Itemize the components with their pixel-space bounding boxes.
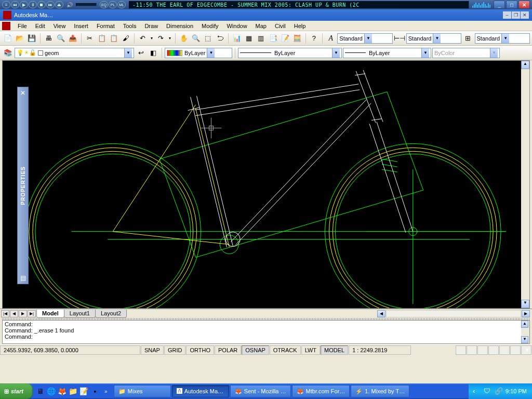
copy-icon[interactable]: 📋: [96, 33, 107, 44]
tab-model[interactable]: Model: [36, 310, 64, 318]
properties-icon[interactable]: 📊: [231, 33, 242, 44]
ql-firefox-icon[interactable]: 🦊: [58, 386, 67, 396]
preview-icon[interactable]: 🔍: [55, 33, 66, 44]
v-scrollbar[interactable]: ▲ ▼: [521, 61, 529, 308]
menu-map[interactable]: Map: [251, 22, 271, 30]
tab-layout2[interactable]: Layout2: [95, 310, 127, 318]
volume-icon[interactable]: 🔊: [66, 2, 73, 8]
close-button[interactable]: ✕: [518, 1, 530, 9]
pause-icon[interactable]: ⏸: [29, 1, 37, 8]
status-icon-1[interactable]: [456, 345, 466, 355]
pan-icon[interactable]: ✋: [178, 33, 189, 44]
scroll-track[interactable]: [386, 310, 521, 317]
markup-icon[interactable]: 📝: [280, 33, 290, 44]
grid-toggle[interactable]: GRID: [164, 345, 186, 355]
menu-modify[interactable]: Modify: [197, 22, 222, 30]
status-icon-6[interactable]: [510, 345, 521, 355]
eject-icon[interactable]: ⏏: [55, 1, 63, 8]
open-icon[interactable]: 📂: [14, 33, 25, 44]
ql-chevron-icon[interactable]: »: [101, 386, 111, 396]
menu-draw[interactable]: Draw: [140, 22, 162, 30]
scroll-down-icon[interactable]: ▼: [521, 300, 529, 308]
color-combo[interactable]: ByLayer▼: [165, 48, 232, 58]
mdi-icon[interactable]: [2, 22, 10, 30]
zoom-rt-icon[interactable]: 🔍: [190, 33, 201, 44]
task-autodesk[interactable]: 🅰Autodesk Ma…: [172, 385, 229, 397]
cut-icon[interactable]: ✂: [84, 33, 95, 44]
paste-icon[interactable]: 📋: [108, 33, 119, 44]
scroll-right-icon[interactable]: ▶: [522, 310, 530, 317]
status-icon-2[interactable]: [467, 345, 477, 355]
undo-icon[interactable]: ↶: [137, 33, 148, 44]
publish-icon[interactable]: 📤: [67, 33, 78, 44]
task-mixed[interactable]: ⚡1. Mixed by T…: [351, 385, 409, 397]
menu-insert[interactable]: Insert: [70, 22, 92, 30]
lwt-toggle[interactable]: LWT: [301, 345, 320, 355]
prev-icon[interactable]: ⏮: [11, 1, 19, 8]
layer-manager-icon[interactable]: 📚: [2, 47, 14, 59]
tablestyle-icon[interactable]: ⊞: [462, 33, 473, 44]
layer-prev-icon[interactable]: ↩: [135, 47, 147, 59]
otrack-toggle[interactable]: OTRACK: [270, 345, 301, 355]
help-icon[interactable]: ?: [309, 33, 320, 44]
cmd-vscroll[interactable]: ▲▼: [521, 321, 529, 343]
doc-close-button[interactable]: ✕: [521, 11, 529, 19]
menu-edit[interactable]: Edit: [31, 22, 49, 30]
tray-shield-icon[interactable]: 🛡: [484, 387, 492, 395]
tray-net-icon[interactable]: 🔗: [495, 387, 503, 395]
model-toggle[interactable]: MODEL: [321, 345, 348, 355]
scroll-up-icon[interactable]: ▲: [521, 61, 529, 69]
menu-tools[interactable]: Tools: [119, 22, 141, 30]
properties-panel-collapsed[interactable]: ✕ PROPERTIES ▤: [17, 87, 29, 284]
textstyle-icon[interactable]: A: [325, 33, 336, 44]
ortho-toggle[interactable]: ORTHO: [186, 345, 214, 355]
playlist-icon[interactable]: PL: [109, 1, 117, 8]
ql-desktop-icon[interactable]: 🖥: [36, 386, 45, 396]
save-icon[interactable]: 💾: [26, 33, 37, 44]
menu-dimension[interactable]: Dimension: [162, 22, 197, 30]
stop-icon[interactable]: ⏹: [37, 1, 46, 8]
ql-explorer-icon[interactable]: 📁: [69, 386, 78, 396]
ml-icon[interactable]: ML: [117, 1, 126, 8]
drawing-canvas[interactable]: [3, 61, 529, 308]
menu-civil[interactable]: Civil: [271, 22, 290, 30]
status-tray-chevron-icon[interactable]: ▾: [521, 345, 531, 355]
tab-layout1[interactable]: Layout1: [64, 310, 96, 318]
dimstyle-icon[interactable]: ⊢⊣: [394, 33, 405, 44]
ql-cmd-icon[interactable]: ▪: [90, 386, 100, 396]
panel-props-icon[interactable]: ▤: [20, 274, 26, 282]
shuffle-icon[interactable]: EQ: [100, 1, 108, 8]
zoom-prev-icon[interactable]: ⮌: [215, 33, 225, 44]
lineweight-combo[interactable]: ByLayer▼: [343, 48, 431, 58]
table-style-combo[interactable]: Standard▼: [475, 33, 530, 44]
menu-window[interactable]: Window: [222, 22, 251, 30]
status-icon-3[interactable]: [477, 345, 488, 355]
status-icon-4[interactable]: [488, 345, 499, 355]
ssm-icon[interactable]: 📑: [268, 33, 278, 44]
undo-drop-icon[interactable]: ▼: [149, 33, 154, 44]
clock[interactable]: 9:10 PM: [506, 388, 527, 394]
next-icon[interactable]: ⏭: [46, 1, 55, 8]
match-icon[interactable]: 🖌: [121, 33, 131, 44]
menu-file[interactable]: File: [14, 22, 31, 30]
redo-drop-icon[interactable]: ▼: [167, 33, 172, 44]
doc-restore-button[interactable]: ❐: [512, 11, 520, 19]
maximize-button[interactable]: □: [506, 1, 517, 9]
status-icon-5[interactable]: [499, 345, 510, 355]
command-line[interactable]: Command: Command: _.erase 1 found Comman…: [2, 320, 530, 344]
tab-next-icon[interactable]: ▶: [19, 310, 27, 317]
calc-icon[interactable]: 🧮: [292, 33, 303, 44]
ql-ie-icon[interactable]: 🌐: [47, 386, 56, 396]
snap-toggle[interactable]: SNAP: [141, 345, 164, 355]
menu-view[interactable]: View: [49, 22, 70, 30]
drawing-area[interactable]: ✕ PROPERTIES ▤ ▲ ▼: [2, 60, 530, 309]
h-scrollbar[interactable]: ◀ ▶: [126, 310, 531, 317]
start-button[interactable]: ⊞ start: [0, 383, 33, 399]
layer-combo[interactable]: 💡 ☀ 🔓 geom ▼: [15, 48, 134, 58]
text-style-combo[interactable]: Standard▼: [337, 33, 392, 44]
dim-style-combo[interactable]: Standard▼: [406, 33, 461, 44]
task-mixes[interactable]: 📁Mixes: [114, 385, 171, 397]
osnap-toggle[interactable]: OSNAP: [242, 345, 269, 355]
tab-first-icon[interactable]: |◀: [1, 310, 9, 317]
redo-icon[interactable]: ↷: [155, 33, 166, 44]
